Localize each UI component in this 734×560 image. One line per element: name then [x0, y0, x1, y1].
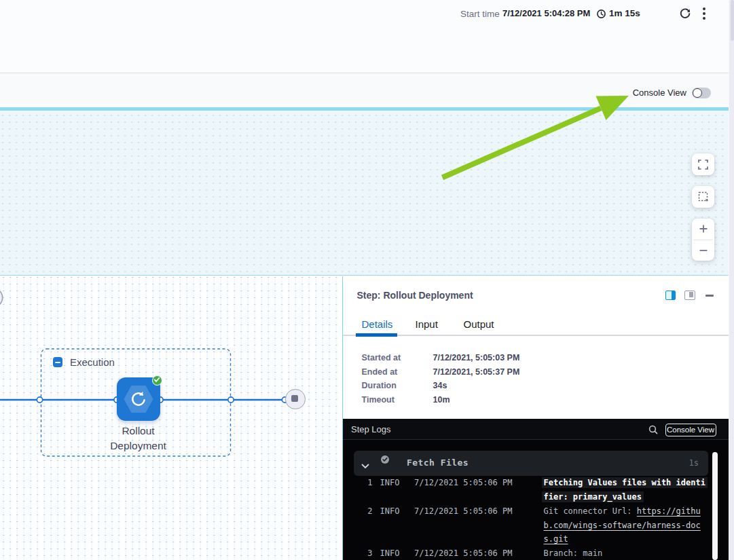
zoom-out-button[interactable] [692, 240, 714, 261]
zoom-in-icon [699, 224, 708, 234]
detail-row-timeout: Timeout 10m [343, 393, 729, 407]
log-row: 2 INFO 7/12/2021 5:05:06 PM Git connecto… [343, 504, 729, 519]
canvas-fullscreen-button[interactable] [692, 153, 714, 175]
right-view-icon[interactable] [684, 291, 695, 300]
log-message: b.com/wings-software/harness-doc [544, 521, 701, 530]
detail-row-duration: Duration 34s [343, 379, 729, 393]
log-timestamp: 7/12/2021 5:05:06 PM [414, 548, 513, 558]
log-line-number: 1 [348, 478, 373, 487]
log-level: INFO [380, 478, 400, 487]
detail-row-ended-at: Ended at 7/12/2021, 5:05:37 PM [343, 365, 729, 379]
log-section-duration: 1s [689, 458, 699, 468]
execution-graph-canvas[interactable] [0, 276, 342, 560]
step-details-table: Started at 7/12/2021, 5:05:03 PM Ended a… [343, 351, 729, 407]
panel-title: Step: Rollout Deployment [357, 290, 473, 301]
log-message: fier: primary_values [542, 491, 644, 502]
exec-grid-dots [0, 276, 342, 560]
log-message: Branch: main [544, 548, 603, 558]
log-row: 1 INFO 7/12/2021 5:05:06 PM Fetching Val… [343, 477, 729, 491]
collapse-group-button[interactable] [53, 357, 63, 367]
split-view-icon[interactable] [665, 291, 676, 300]
active-tab-indicator [356, 333, 397, 337]
log-timestamp: 7/12/2021 5:05:06 PM [414, 478, 513, 487]
log-row: s.git [343, 533, 729, 547]
kebab-menu-icon[interactable] [699, 5, 710, 22]
step-details-panel: Step: Rollout Deployment Details Input O… [342, 276, 729, 560]
detail-value: 7/12/2021, 5:05:03 PM [433, 353, 520, 362]
log-lines: 1 INFO 7/12/2021 5:05:06 PM Fetching Val… [343, 477, 729, 560]
detail-label: Started at [362, 353, 401, 362]
detail-row-started-at: Started at 7/12/2021, 5:05:03 PM [343, 351, 729, 365]
minimize-panel-icon[interactable] [705, 295, 714, 297]
chevron-down-icon[interactable] [361, 460, 369, 472]
console-view-label: Console View [633, 88, 686, 98]
tabs-underline [343, 335, 729, 337]
log-message: Fetching Values files with identi [542, 477, 708, 488]
canvas-zoom-controls [692, 219, 714, 261]
page-scrollbar-track [729, 0, 734, 560]
zoom-in-button[interactable] [692, 219, 714, 240]
stage-graph-canvas[interactable] [0, 111, 729, 276]
console-view-toggle[interactable] [692, 88, 711, 98]
log-link[interactable]: b.com/wings-software/harness-doc [544, 521, 701, 530]
view-toolbar [0, 74, 729, 107]
search-icon[interactable] [648, 425, 658, 434]
canvas-marquee-select-button[interactable] [692, 186, 714, 208]
detail-label: Duration [362, 381, 397, 390]
duration-value: 1m 15s [609, 8, 640, 19]
log-message: Git connector Url: https://githu [544, 506, 701, 516]
detail-value: 7/12/2021, 5:05:37 PM [433, 367, 520, 377]
refresh-icon[interactable] [678, 7, 692, 20]
success-check-icon [152, 375, 162, 386]
log-message-text: Git connector Url: [544, 506, 637, 516]
log-link[interactable]: s.git [544, 534, 568, 544]
clock-icon [596, 9, 606, 19]
minus-chip-icon [55, 362, 60, 363]
fullscreen-icon [698, 160, 708, 170]
step-node-rollout-deployment[interactable] [117, 377, 160, 421]
start-time-label: Start time [460, 9, 500, 19]
execution-group-label: Execution [70, 357, 115, 368]
check-circle-icon [380, 455, 390, 467]
log-row: fier: primary_values [343, 490, 729, 504]
logs-scrollbar-thumb[interactable] [712, 452, 718, 560]
end-node[interactable] [285, 389, 305, 409]
log-message: s.git [544, 534, 568, 544]
log-section-fetch-files[interactable]: Fetch Files 1s [354, 451, 708, 477]
execution-header: Start time 7/12/2021 5:04:28 PM 1m 15s [0, 0, 729, 73]
log-row: b.com/wings-software/harness-doc [343, 519, 729, 533]
log-line-number: 3 [348, 548, 373, 558]
log-section-name: Fetch Files [407, 458, 469, 468]
marquee-select-icon [698, 191, 709, 202]
stop-square-icon [291, 395, 299, 403]
stage-grid-dots [0, 111, 729, 275]
detail-label: Timeout [362, 395, 394, 405]
log-timestamp: 7/12/2021 5:05:06 PM [414, 506, 513, 516]
log-row: 3 INFO 7/12/2021 5:05:06 PM Branch: main [343, 547, 729, 560]
step-logs-title: Step Logs [351, 424, 391, 434]
log-level: INFO [380, 506, 400, 516]
page-scrollbar-thumb[interactable] [731, 0, 734, 41]
start-time-value: 7/12/2021 5:04:28 PM [502, 8, 590, 19]
console-view-button[interactable]: Console View [665, 424, 716, 436]
step-logs-header: Step Logs Console View [343, 419, 729, 440]
tab-details[interactable]: Details [362, 318, 393, 330]
detail-label: Ended at [362, 367, 398, 377]
step-logs-body: Fetch Files 1s 1 INFO 7/12/2021 5:05:06 … [343, 440, 729, 560]
tab-output[interactable]: Output [464, 318, 494, 330]
pipeline-execution-page: Start time 7/12/2021 5:04:28 PM 1m 15s C… [0, 0, 734, 560]
detail-value: 34s [433, 381, 447, 390]
log-link[interactable]: https://githu [637, 506, 701, 516]
detail-value: 10m [433, 395, 450, 405]
log-line-number: 2 [348, 506, 373, 516]
zoom-out-icon [699, 246, 708, 255]
toggle-knob [693, 88, 703, 98]
tab-input[interactable]: Input [416, 318, 438, 330]
log-level: INFO [380, 548, 400, 558]
step-node-label: Rollout Deployment [105, 424, 172, 453]
step-logs-panel: Step Logs Console View Fetch Files 1s [343, 419, 729, 560]
execution-group-header: Execution [53, 357, 115, 368]
